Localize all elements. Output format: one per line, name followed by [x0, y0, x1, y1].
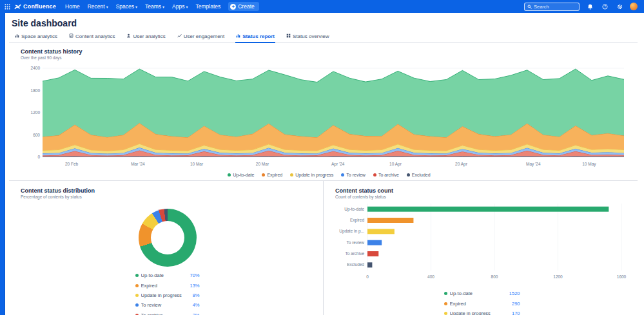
svg-text:1200: 1200 [553, 274, 563, 279]
legend-label: Update in progress [450, 310, 509, 315]
distribution-legend: Up-to-date70%Expired13%Update in progres… [135, 271, 200, 315]
history-legend-item: Expired [262, 173, 282, 177]
nav-item-home[interactable]: Home [61, 3, 84, 10]
history-legend-item: Excluded [407, 173, 431, 177]
nav-item-apps[interactable]: Apps▾ [168, 3, 191, 10]
legend-dot [444, 292, 447, 295]
svg-text:20 Feb: 20 Feb [65, 162, 79, 166]
legend-label: Excluded [412, 173, 431, 177]
create-button[interactable]: + Create [228, 2, 259, 11]
svg-text:To review: To review [347, 240, 365, 245]
legend-label: Expired [450, 301, 509, 307]
chevron-down-icon: ▾ [186, 5, 188, 9]
user-avatar[interactable] [630, 3, 638, 10]
nav-item-teams[interactable]: Teams▾ [141, 3, 168, 10]
legend-label: To archive [378, 173, 399, 177]
svg-text:20 Mar: 20 Mar [256, 162, 269, 166]
svg-text:Expired: Expired [350, 218, 364, 223]
tab-label: User analytics [133, 33, 165, 39]
legend-label: To review [346, 173, 366, 177]
svg-text:10 May: 10 May [582, 162, 596, 167]
content-status-distribution-section: Content status distribution Percentage o… [9, 181, 323, 315]
chevron-down-icon: ▾ [106, 5, 108, 9]
nav-item-recent[interactable]: Recent▾ [84, 3, 112, 10]
nav-item-templates[interactable]: Templates [191, 3, 224, 10]
svg-text:Excluded: Excluded [347, 262, 364, 267]
history-subtitle: Over the past 90 days [21, 55, 638, 60]
svg-text:1600: 1600 [617, 274, 627, 279]
history-title: Content status history [21, 48, 638, 55]
svg-text:May '24: May '24 [526, 162, 541, 167]
content-status-count-chart: 040080012001600Up-to-dateExpiredUpdate i… [335, 201, 627, 282]
legend-dot [262, 173, 265, 177]
tab-label: Status overview [293, 33, 329, 39]
help-icon[interactable]: ? [600, 2, 609, 11]
search-input[interactable] [534, 4, 576, 10]
count-legend-row: Expired290 [444, 298, 520, 308]
svg-text:?: ? [604, 5, 606, 8]
legend-label: Up-to-date [450, 291, 507, 296]
line-chart-icon [177, 33, 182, 39]
count-legend-row: Update in progress170 [444, 309, 520, 315]
user-icon [126, 33, 131, 39]
legend-dot [135, 284, 139, 287]
history-legend-item: To archive [373, 173, 399, 177]
history-legend: Up-to-dateExpiredUpdate in progressTo re… [21, 173, 638, 177]
history-legend-item: To review [341, 173, 366, 177]
legend-label: Update in progress [141, 292, 190, 298]
tab-status-overview[interactable]: Status overview [286, 32, 329, 43]
svg-text:Up-to-date: Up-to-date [344, 207, 364, 212]
tab-label: User engagement [184, 33, 225, 39]
distribution-legend-row: Up-to-date70% [135, 271, 200, 280]
svg-text:Mar '24: Mar '24 [131, 162, 145, 166]
confluence-logo[interactable]: Confluence [14, 3, 56, 10]
chevron-down-icon: ▾ [135, 5, 137, 9]
tab-label: Content analytics [75, 33, 115, 39]
content-status-history-section: Content status history Over the past 90 … [9, 43, 638, 177]
legend-dot [135, 274, 139, 277]
count-subtitle: Count of contents by status [335, 195, 629, 199]
svg-text:Update in p...: Update in p... [339, 229, 364, 234]
confluence-wordmark: Confluence [23, 3, 56, 10]
tab-space-analytics[interactable]: Space analytics [14, 32, 58, 43]
content-status-distribution-donut [139, 209, 197, 267]
legend-label: Expired [267, 173, 282, 177]
nav-item-spaces[interactable]: Spaces▾ [112, 3, 141, 10]
search-box[interactable] [524, 3, 580, 11]
legend-value: 1520 [509, 291, 520, 296]
create-button-label: Create [238, 3, 255, 10]
collapsed-sidebar-rail[interactable] [0, 0, 5, 315]
svg-text:1800: 1800 [31, 88, 41, 93]
svg-text:2400: 2400 [31, 66, 41, 70]
settings-gear-icon[interactable] [615, 2, 624, 11]
app-switcher-icon[interactable] [3, 2, 12, 11]
legend-value: 170 [512, 310, 520, 315]
distribution-legend-row: To review4% [135, 300, 200, 310]
legend-label: To archive [141, 312, 190, 315]
bar-chart-icon [236, 33, 240, 39]
chevron-down-icon: ▾ [162, 5, 164, 9]
svg-text:400: 400 [427, 274, 434, 279]
svg-text:To archive: To archive [345, 251, 364, 256]
content-status-count-section: Content status count Count of contents b… [323, 181, 638, 315]
tab-user-engagement[interactable]: User engagement [177, 32, 226, 43]
doc-chart-icon [69, 33, 73, 39]
legend-dot [444, 302, 447, 305]
legend-dot [341, 173, 344, 177]
svg-text:600: 600 [33, 133, 40, 137]
tab-status-report[interactable]: Status report [235, 32, 275, 43]
svg-text:0: 0 [366, 274, 369, 279]
legend-label: Up-to-date [141, 272, 188, 278]
notifications-bell-icon[interactable] [585, 2, 594, 11]
svg-text:1200: 1200 [31, 110, 41, 115]
legend-value: 4% [193, 302, 200, 308]
history-legend-item: Up-to-date [228, 173, 254, 177]
count-title: Content status count [335, 187, 629, 194]
tab-label: Status report [242, 33, 275, 39]
main-content: Site dashboard Space analyticsContent an… [5, 13, 644, 315]
tab-user-analytics[interactable]: User analytics [126, 32, 166, 43]
history-legend-item: Update in progress [290, 173, 333, 177]
primary-nav: HomeRecent▾Spaces▾Teams▾Apps▾Templates [61, 3, 224, 10]
tab-content-analytics[interactable]: Content analytics [68, 32, 115, 43]
svg-text:20 Apr: 20 Apr [455, 162, 468, 167]
